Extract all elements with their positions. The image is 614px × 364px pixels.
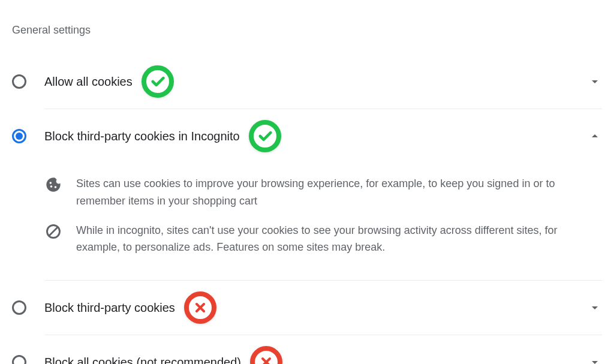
option-label: Block third-party cookies in Incognito xyxy=(44,130,240,143)
option-label: Allow all cookies xyxy=(44,75,133,89)
info-row-block: While in incognito, sites can't use your… xyxy=(45,222,602,257)
block-icon xyxy=(45,223,62,240)
svg-line-1 xyxy=(49,227,58,236)
chevron-down-icon[interactable] xyxy=(588,355,602,364)
x-icon xyxy=(250,346,282,364)
checkmark-icon xyxy=(142,65,174,98)
checkmark-icon xyxy=(249,120,281,152)
option-label: Block all cookies (not recommended) xyxy=(44,356,241,364)
radio-allow-all[interactable] xyxy=(12,74,26,89)
chevron-up-icon[interactable] xyxy=(588,129,602,143)
section-title: General settings xyxy=(12,24,602,37)
info-text: Sites can use cookies to improve your br… xyxy=(76,175,602,210)
option-row-block-all[interactable]: Block all cookies (not recommended) xyxy=(12,335,602,364)
x-icon xyxy=(184,291,216,324)
radio-block-third-party[interactable] xyxy=(12,300,26,315)
option-label: Block third-party cookies xyxy=(44,301,175,315)
chevron-down-icon[interactable] xyxy=(588,300,602,315)
option-row-block-third-party[interactable]: Block third-party cookies xyxy=(12,281,602,335)
info-row-cookie: Sites can use cookies to improve your br… xyxy=(45,175,602,210)
radio-block-incognito[interactable] xyxy=(12,129,26,143)
chevron-down-icon[interactable] xyxy=(588,74,602,89)
info-text: While in incognito, sites can't use your… xyxy=(76,222,602,257)
option-row-block-incognito[interactable]: Block third-party cookies in Incognito xyxy=(12,109,602,163)
option-row-allow-all[interactable]: Allow all cookies xyxy=(12,55,602,109)
expanded-details: Sites can use cookies to improve your br… xyxy=(12,175,602,280)
cookie-icon xyxy=(45,176,62,193)
radio-block-all[interactable] xyxy=(12,355,26,364)
